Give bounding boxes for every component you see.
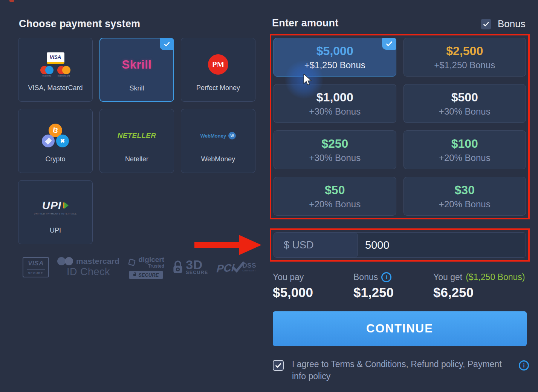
bonus-toggle-label: Bonus [498, 18, 526, 30]
digicert-icon [128, 258, 136, 266]
amount-option-50[interactable]: $50 +20% Bonus [274, 177, 396, 216]
payment-section-title: Choose payment system [19, 18, 140, 30]
bonus-value: $1,250 [353, 285, 433, 300]
trust-badges-row: VISA SECURE mastercard ID Check digicert… [23, 255, 256, 280]
payment-card-crypto[interactable]: B ✖ Crypto [18, 109, 93, 173]
webmoney-icon: WebMoney W [200, 119, 236, 152]
payment-card-upi[interactable]: UPI UNIFIED PAYMENTS INTERFACE UPI [18, 180, 93, 244]
deposit-dialog: Choose payment system VISA maestro maste… [0, 0, 538, 392]
digicert-badge: digicert Trusted SECURE [128, 256, 164, 279]
visa-card-logo: VISA [47, 52, 64, 64]
mastercard-idcheck-badge: mastercard ID Check [57, 257, 119, 278]
lock-icon [133, 274, 136, 276]
bonus-checkbox[interactable] [481, 19, 491, 29]
upi-icon: UPI UNIFIED PAYMENTS INTERFACE [34, 190, 77, 224]
amount-option-30[interactable]: $30 +20% Bonus [404, 177, 526, 216]
payment-card-label: WebMoney [201, 155, 235, 163]
check-icon [385, 40, 393, 48]
you-get-value: $6,250 [433, 285, 529, 300]
amount-option-2500[interactable]: $2,500 +$1,250 Bonus [404, 38, 526, 77]
currency-selector[interactable]: $ USD [274, 233, 358, 257]
payment-card-label: Crypto [45, 155, 65, 163]
amount-option-1000[interactable]: $1,000 +30% Bonus [274, 84, 396, 123]
selected-check-badge [382, 38, 396, 50]
payment-card-label: Skrill [130, 84, 144, 92]
continue-button[interactable]: CONTINUE [273, 311, 527, 346]
amount-input[interactable] [358, 233, 526, 257]
padlock-icon [173, 260, 183, 274]
ripple-icon: ✖ [56, 135, 69, 147]
payment-card-label: Neteller [125, 155, 148, 163]
amount-options-grid-highlighted: $5,000 +$1,250 Bonus $2,500 +$1,250 Bonu… [270, 34, 530, 219]
payment-card-perfect-money[interactable]: PM Perfect Money [181, 38, 255, 102]
neteller-icon: NETELLER [118, 119, 156, 152]
bonus-label: Bonus i [353, 272, 433, 282]
selected-check-badge [160, 38, 174, 50]
bonus-info-icon[interactable]: i [381, 272, 391, 282]
you-pay-value: $5,000 [273, 285, 353, 300]
3d-secure-badge: 3D SECURE [173, 259, 208, 276]
bonus-toggle[interactable]: Bonus [481, 18, 526, 30]
payment-card-neteller[interactable]: NETELLER Neteller [99, 109, 174, 173]
you-get-bonus-note: ($1,250 Bonus) [466, 272, 525, 282]
crypto-icon: B ✖ [42, 119, 69, 152]
amount-section-title: Enter amount [272, 17, 338, 29]
payment-card-visa-mastercard[interactable]: VISA maestro mastercard VISA, MasterCard [18, 38, 93, 102]
maestro-logo: maestro [40, 66, 53, 77]
agreement-row: I agree to Terms & Conditions, Refund po… [273, 358, 529, 382]
payment-card-label: Perfect Money [196, 84, 240, 92]
skrill-icon: Skrill [122, 48, 152, 81]
amount-input-highlighted: $ USD [270, 228, 530, 262]
ethereum-icon [42, 135, 55, 147]
amount-option-250[interactable]: $250 +30% Bonus [274, 130, 396, 169]
mastercard-logo: mastercard [57, 66, 70, 77]
agreement-checkbox[interactable] [273, 360, 284, 371]
payment-summary: You pay $5,000 Bonus i $1,250 You get ($… [273, 272, 529, 300]
agreement-text[interactable]: I agree to Terms & Conditions, Refund po… [292, 358, 507, 382]
you-get-label: You get ($1,250 Bonus) [433, 272, 529, 282]
visa-mastercard-icon: VISA maestro mastercard [40, 48, 70, 81]
check-icon [275, 362, 282, 369]
perfect-money-icon: PM [208, 48, 228, 81]
pci-dss-badge: PCI DSS COMPLIANT [217, 261, 256, 274]
amount-option-100[interactable]: $100 +20% Bonus [404, 130, 526, 169]
amount-option-500[interactable]: $500 +30% Bonus [404, 84, 526, 123]
screen-artifact-red-dot [9, 0, 14, 2]
payment-card-label: VISA, MasterCard [28, 84, 83, 92]
agreement-info-icon[interactable]: i [519, 360, 529, 371]
check-icon [483, 21, 489, 28]
check-icon [163, 40, 171, 48]
you-pay-label: You pay [273, 272, 353, 282]
payment-card-label: UPI [50, 227, 61, 234]
payment-methods-grid: VISA maestro mastercard VISA, MasterCard [18, 38, 255, 244]
payment-card-webmoney[interactable]: WebMoney W WebMoney [181, 109, 255, 173]
visa-secure-badge: VISA SECURE [23, 257, 49, 277]
webmoney-globe-icon: W [228, 132, 236, 139]
payment-card-skrill[interactable]: Skrill Skrill [99, 38, 174, 102]
amount-option-5000[interactable]: $5,000 +$1,250 Bonus [274, 38, 396, 77]
